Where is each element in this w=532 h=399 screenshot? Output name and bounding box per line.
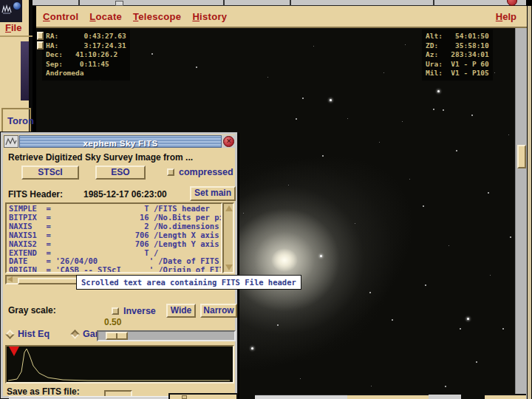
bottom-window-fragment (429, 395, 461, 399)
retrieve-heading: Retrieve Digitized Sky Survey Image from… (8, 152, 193, 163)
dialog-titlebar[interactable]: xephem Sky FITS (4, 135, 236, 148)
star (196, 66, 197, 68)
star (445, 386, 446, 387)
sky-fits-dialog: xephem Sky FITS Retrieve Digitized Sky S… (0, 132, 238, 399)
compressed-label[interactable]: compressed (179, 167, 233, 177)
dialog-close-icon[interactable] (223, 136, 234, 147)
inverse-checkbox[interactable] (112, 307, 119, 315)
bottom-checkbox-fragment (182, 395, 187, 399)
tooltip: Scrolled text area containing FITS File … (76, 275, 301, 290)
star (243, 213, 244, 214)
titlebar-divider (78, 0, 80, 6)
andromeda-core (271, 248, 298, 272)
scroll-left-icon[interactable] (7, 276, 13, 282)
gamma-slider-value: 0.50 (104, 317, 121, 327)
star (460, 328, 461, 330)
main-window-close-icon[interactable] (507, 0, 517, 6)
titlebar-divider (223, 0, 225, 6)
scroll-down-icon[interactable] (225, 265, 233, 270)
toronto-button[interactable]: Toron (7, 115, 34, 126)
gamma-slider[interactable] (97, 330, 236, 341)
star (508, 134, 509, 135)
star (409, 179, 410, 180)
titlebar-divider (433, 0, 434, 6)
scroll-up-icon[interactable] (225, 205, 233, 211)
dialog-title-area[interactable]: xephem Sky FITS (19, 135, 222, 148)
fits-header-textarea[interactable]: SIMPLE = T /FITS header BITPIX = 16 /No.… (5, 202, 222, 273)
star (302, 98, 304, 99)
stsci-button[interactable]: STScI (21, 166, 79, 180)
star (322, 155, 324, 157)
bottom-window-fragment (485, 394, 526, 399)
star (151, 53, 153, 55)
image-fragment (21, 41, 29, 100)
gamma-radio[interactable] (70, 330, 80, 339)
star (347, 118, 348, 119)
star (277, 324, 279, 326)
star (369, 292, 371, 293)
window-border (528, 6, 531, 399)
star (371, 386, 372, 386)
inverse-label[interactable]: Inverse (123, 306, 156, 316)
wm-corner-icons (0, 0, 22, 22)
titlebar-divider (290, 0, 291, 6)
star (443, 109, 444, 111)
wide-button[interactable]: Wide (166, 304, 196, 318)
star (267, 77, 268, 78)
bottom-window-fragment (347, 394, 429, 399)
star (330, 99, 332, 101)
eso-button[interactable]: ESO (95, 166, 146, 180)
menu-history[interactable]: History (192, 11, 227, 22)
star (437, 90, 440, 92)
menu-help[interactable]: Help (496, 11, 516, 22)
star (449, 245, 449, 246)
menubar-items: ControlLocateTelescopeHistory (43, 11, 227, 22)
histogram-marker-icon[interactable] (9, 347, 19, 356)
menu-control[interactable]: Control (43, 11, 78, 22)
menu-telescope[interactable]: Telescope (133, 11, 181, 22)
menubar-separator (0, 35, 33, 37)
star (423, 205, 424, 207)
scrollbar-thumb[interactable] (517, 145, 526, 168)
bottom-window-fragment (168, 393, 238, 399)
globe-icon[interactable] (13, 1, 21, 10)
xephem-sketch-icon[interactable] (1, 4, 12, 15)
star (502, 328, 504, 330)
star (251, 347, 253, 349)
fits-vertical-scrollbar[interactable] (222, 202, 234, 273)
histogram-panel (5, 345, 234, 383)
file-menu[interactable]: File (5, 22, 21, 33)
star (379, 142, 380, 143)
star (355, 223, 355, 224)
set-main-button[interactable]: Set main (190, 186, 236, 201)
star (405, 44, 406, 45)
coordinates-readout-right: Alt: 54:01:50 ZD: 35:58:10 Az: 283:34:01… (422, 30, 493, 81)
slider-thumb[interactable] (106, 332, 128, 340)
star (490, 275, 491, 276)
star (510, 236, 511, 238)
fits-header-label: FITS Header: (8, 189, 63, 200)
menu-locate[interactable]: Locate (89, 11, 122, 22)
star (288, 185, 289, 185)
sky-vertical-scrollbar[interactable] (515, 28, 527, 399)
sky-menubar: ControlLocateTelescopeHistory Help (36, 6, 527, 28)
star (402, 121, 403, 122)
star (476, 361, 477, 363)
coordinates-readout-left: RA: 0:43:27.63 HA: 3:17:24.31 Dec: 41:10… (42, 30, 130, 81)
hist-eq-label[interactable]: Hist Eq (18, 329, 50, 339)
iconify-icon[interactable] (115, 1, 123, 6)
hist-eq-radio[interactable] (5, 330, 15, 339)
star (467, 318, 469, 320)
dialog-menu-icon[interactable] (4, 135, 18, 148)
star (433, 109, 434, 110)
scroll-gadget[interactable] (37, 32, 44, 40)
scroll-gadget[interactable] (37, 41, 44, 50)
save-fits-label: Save as FITS file: (7, 386, 80, 397)
fits-header-date: 1985-12-17 06:23:00 (83, 189, 167, 200)
compressed-checkbox[interactable] (167, 168, 174, 176)
star (456, 150, 457, 151)
star (392, 319, 393, 321)
narrow-button[interactable]: Narrow (200, 304, 237, 318)
main-window-titlebar[interactable] (33, 0, 526, 6)
histogram-curve (8, 349, 230, 381)
